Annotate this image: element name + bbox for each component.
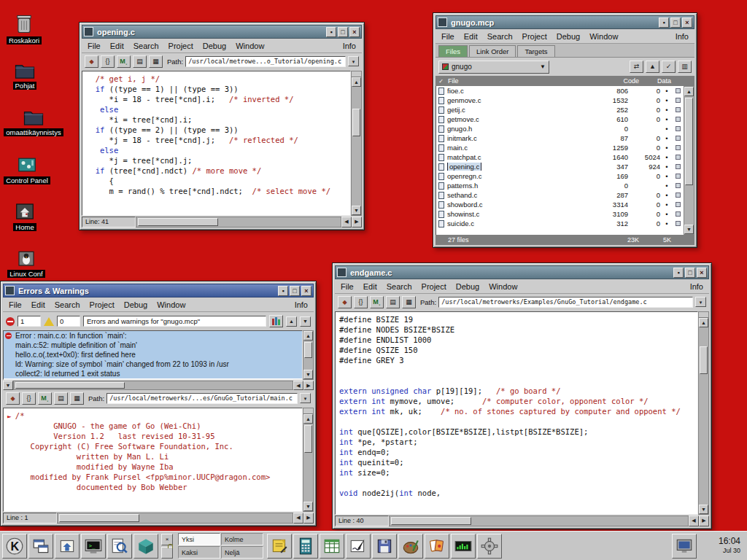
document-icon[interactable]: ▤ bbox=[133, 55, 147, 68]
column-code[interactable]: Code bbox=[605, 77, 640, 85]
menu-project[interactable]: Project bbox=[169, 42, 193, 50]
scroll-thumb[interactable] bbox=[700, 346, 708, 374]
project-file-row[interactable]: showinst.c31090• bbox=[436, 209, 684, 219]
scroll-down-arrow[interactable]: ▼ bbox=[699, 505, 708, 514]
metrowerks-icon[interactable]: ◆ bbox=[338, 296, 352, 308]
lock-icon[interactable]: ▦ bbox=[70, 392, 84, 405]
file-name[interactable]: matchpat.c bbox=[447, 153, 481, 161]
scroll-track[interactable] bbox=[303, 341, 313, 370]
menu-search[interactable]: Search bbox=[133, 42, 159, 50]
braces-icon[interactable]: {} bbox=[101, 55, 115, 68]
lock-icon[interactable]: ▦ bbox=[402, 296, 416, 308]
metrowerks-icon[interactable]: ◆ bbox=[85, 55, 98, 68]
menu-info[interactable]: Info bbox=[676, 32, 689, 41]
desktop-icon-control-panel[interactable]: Control Panel bbox=[1, 155, 53, 184]
file-name[interactable]: getij.c bbox=[447, 106, 465, 114]
menu-debug[interactable]: Debug bbox=[203, 42, 226, 50]
minimize-button[interactable]: ▪ bbox=[326, 27, 336, 37]
error-list[interactable]: Error : main.c.o: In function `main': ma… bbox=[3, 330, 303, 380]
scroll-track[interactable] bbox=[684, 96, 694, 225]
menu-search[interactable]: Search bbox=[487, 32, 513, 41]
menu-project[interactable]: Project bbox=[422, 282, 446, 291]
scroll-left-arrow[interactable]: ◀ bbox=[689, 516, 699, 526]
library-button[interactable] bbox=[269, 315, 283, 327]
error-line[interactable]: collect2: ld returned 1 exit status bbox=[4, 369, 302, 378]
target-selector[interactable]: gnugo ▼ bbox=[438, 61, 549, 74]
menu-debug[interactable]: Debug bbox=[557, 32, 580, 41]
pager-desktop-1[interactable]: Yksi bbox=[178, 533, 220, 545]
error-line[interactable]: Error : main.c.o: In function `main': bbox=[4, 331, 302, 341]
code-editor[interactable]: #define BSIZE 19#define NODES BSIZE*BSIZ… bbox=[335, 311, 698, 515]
scroll-down-arrow[interactable]: ▼ bbox=[303, 370, 313, 379]
menu-edit[interactable]: Edit bbox=[110, 42, 124, 50]
scroll-left-arrow[interactable]: ◀ bbox=[293, 513, 303, 524]
project-file-row[interactable]: sethand.c2870• bbox=[436, 190, 684, 200]
display-button[interactable] bbox=[672, 534, 697, 559]
project-file-row[interactable]: matchpat.c16405024• bbox=[436, 152, 684, 162]
pager-desktop-4[interactable]: Neljä bbox=[221, 546, 263, 559]
details-button[interactable]: ▥ bbox=[678, 61, 692, 73]
lock-screen-button[interactable] bbox=[161, 547, 173, 559]
menu-edit[interactable]: Edit bbox=[363, 282, 377, 291]
document-icon[interactable]: ▤ bbox=[54, 392, 68, 405]
project-file-row[interactable]: suicide.c3120• bbox=[436, 219, 684, 228]
file-name[interactable]: openregn.c bbox=[447, 172, 482, 180]
vertical-scrollbar[interactable]: ▲ ▼ bbox=[684, 86, 694, 235]
menu-edit[interactable]: Edit bbox=[31, 300, 45, 309]
desktop-icon-pohjat[interactable]: Pohjat bbox=[4, 61, 45, 90]
metrowerks-icon[interactable]: ◆ bbox=[6, 392, 20, 405]
tab-link-order[interactable]: Link Order bbox=[469, 45, 516, 57]
scroll-right-arrow[interactable]: ▶ bbox=[303, 381, 314, 390]
close-button[interactable]: × bbox=[682, 18, 692, 28]
marker-menu-icon[interactable]: M˯ bbox=[38, 392, 52, 405]
menu-debug[interactable]: Debug bbox=[124, 300, 147, 309]
vertical-scrollbar[interactable]: ▲ ▼ bbox=[351, 71, 362, 216]
scroll-right-arrow[interactable]: ▶ bbox=[303, 513, 314, 524]
desktop-icon-trash[interactable]: Roskakori bbox=[3, 13, 45, 44]
minimize-button[interactable]: ▪ bbox=[278, 286, 288, 296]
scroll-up-arrow[interactable]: ▲ bbox=[303, 331, 313, 341]
minimize-button[interactable]: ▪ bbox=[659, 18, 669, 28]
scroll-up-arrow[interactable]: ▲ bbox=[303, 414, 313, 424]
menu-info[interactable]: Info bbox=[295, 300, 308, 309]
menu-file[interactable]: File bbox=[441, 32, 454, 41]
tab-files[interactable]: Files bbox=[438, 45, 468, 57]
menu-project[interactable]: Project bbox=[90, 300, 115, 309]
scroll-thumb[interactable] bbox=[352, 109, 360, 136]
pane-splitter[interactable] bbox=[303, 408, 313, 414]
horizontal-scrollbar[interactable] bbox=[136, 217, 341, 228]
menu-file[interactable]: File bbox=[341, 282, 354, 291]
cards-button[interactable] bbox=[425, 534, 449, 559]
titlebar[interactable]: opening.c ▪ □ × bbox=[82, 25, 362, 39]
menu-window[interactable]: Window bbox=[157, 300, 185, 309]
marker-menu-icon[interactable]: M˯ bbox=[117, 55, 131, 68]
pane-up-button[interactable]: ▲ bbox=[286, 316, 297, 327]
minimize-button[interactable]: ▪ bbox=[673, 268, 684, 278]
project-file-row[interactable]: initmark.c870• bbox=[436, 133, 684, 143]
project-file-row[interactable]: genmove.c15320• bbox=[436, 96, 684, 105]
code-editor[interactable]: /* get i, j */ if ((type == 1) || (type … bbox=[82, 71, 351, 216]
scroll-track[interactable] bbox=[303, 424, 313, 502]
project-file-row[interactable]: getmove.c6100• bbox=[436, 114, 684, 124]
menu-window[interactable]: Window bbox=[589, 32, 618, 41]
column-data[interactable]: Data bbox=[640, 77, 673, 85]
error-line[interactable]: main.c:52: multiple definition of `main' bbox=[4, 341, 302, 350]
paint-button[interactable] bbox=[398, 534, 423, 559]
spreadsheet-button[interactable] bbox=[320, 534, 344, 559]
horizontal-scrollbar[interactable] bbox=[57, 513, 293, 524]
project-file-row[interactable]: fioe.c8060• bbox=[436, 86, 684, 96]
maximize-button[interactable]: □ bbox=[338, 27, 348, 37]
window-list-button[interactable] bbox=[28, 534, 53, 559]
scroll-up-arrow[interactable]: ▲ bbox=[352, 77, 361, 87]
system-meter-button[interactable] bbox=[451, 534, 476, 559]
signature-button[interactable] bbox=[346, 534, 371, 559]
scroll-track[interactable] bbox=[352, 87, 361, 206]
project-file-row[interactable]: showbord.c33140• bbox=[436, 200, 684, 209]
pane-splitter[interactable] bbox=[699, 312, 708, 318]
kmenu-button[interactable]: K bbox=[2, 534, 27, 559]
maximize-button[interactable]: □ bbox=[685, 268, 695, 278]
make-button[interactable]: ✓ bbox=[662, 61, 676, 73]
desktop-icon-home[interactable]: Home bbox=[7, 201, 42, 231]
desktop-icon-autostart[interactable]: omaattikäynnistys bbox=[0, 108, 67, 136]
path-menu-button[interactable]: ▾ bbox=[695, 297, 706, 307]
